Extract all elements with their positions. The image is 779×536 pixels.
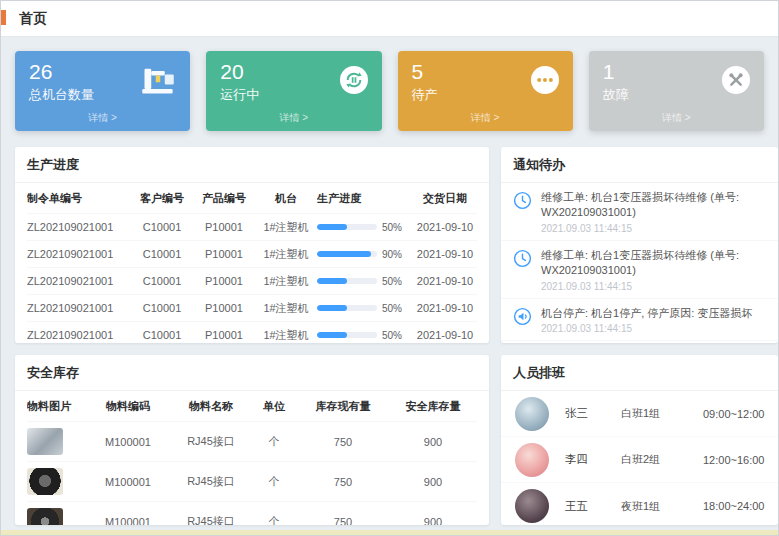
- col-header: 库存现有量: [297, 399, 389, 414]
- delivery-date: 2021-09-10: [413, 221, 477, 233]
- panel-title: 生产进度: [15, 147, 489, 183]
- notice-item[interactable]: 维修工单: 机台1变压器损坏待维修 (单号: WX202109031001) 2…: [501, 183, 778, 241]
- order-no: ZL202109021001: [27, 329, 131, 341]
- material-image-cell: [27, 468, 85, 495]
- notice-item[interactable]: 机台停产: 机台1停产, 停产原因: 变压器损坏 2021.09.03 11:4…: [501, 299, 778, 341]
- top-bar: 首页: [1, 1, 778, 37]
- col-header: 客户编号: [131, 191, 193, 206]
- running-icon: [340, 66, 368, 98]
- notice-text: 维修工单: 机台1变压器损坏待维修 (单号: WX202109031001): [541, 248, 766, 279]
- stat-card-fault[interactable]: 1 故障 详情 >: [589, 51, 764, 131]
- col-header: 生产进度: [317, 191, 413, 206]
- notice-item[interactable]: 计划暂停: 机台1生产计划已暂停 2021.09.03 11:44:15: [501, 341, 778, 343]
- stat-card-running[interactable]: 20 运行中 详情 >: [206, 51, 381, 131]
- product-no: P10001: [193, 329, 255, 341]
- machine-name: 1#注塑机: [255, 301, 317, 316]
- col-header: 单位: [251, 399, 297, 414]
- progress-label: 50%: [382, 303, 402, 314]
- right-column: 通知待办 维修工单: 机台1变压器损坏待维修 (单号: WX2021090310…: [501, 147, 778, 525]
- order-no: ZL202109021001: [27, 302, 131, 314]
- progress-fill: [317, 224, 347, 230]
- col-header: 产品编号: [193, 191, 255, 206]
- notice-text: 机台停产: 机台1停产, 停产原因: 变压器损坏: [541, 306, 752, 321]
- card-value: 20: [220, 60, 259, 83]
- table-row: M100001 RJ45接口 个 750 900: [27, 461, 477, 501]
- stat-card-total-machines[interactable]: 26 总机台数量 详情 >: [15, 51, 190, 131]
- customer-no: C10001: [131, 248, 193, 260]
- production-progress-panel: 生产进度 制令单编号 客户编号 产品编号 机台 生产进度 交货日期 ZL2021…: [15, 147, 489, 343]
- col-header: 机台: [255, 191, 317, 206]
- progress-fill: [317, 278, 347, 284]
- schedule-row: 王五 夜班1组 18:00~24:00: [501, 483, 778, 525]
- safety-stock: 900: [389, 476, 477, 488]
- safety-inventory-panel: 安全库存 物料图片 物料编码 物料名称 单位 库存现有量 安全库存量 M1000…: [15, 355, 489, 525]
- machine-name: 1#注塑机: [255, 328, 317, 343]
- card-detail-link[interactable]: 详情 >: [29, 111, 176, 127]
- col-header: 交货日期: [413, 191, 477, 206]
- card-label: 待产: [412, 86, 438, 104]
- progress-fill: [317, 305, 347, 311]
- material-name: RJ45接口: [171, 474, 251, 489]
- person-name: 李四: [565, 452, 621, 467]
- machine-name: 1#注塑机: [255, 220, 317, 235]
- person-name: 王五: [565, 499, 621, 514]
- card-detail-link[interactable]: 详情 >: [220, 111, 367, 127]
- progress-fill: [317, 251, 371, 257]
- person-shift: 白班1组: [621, 406, 703, 421]
- stock-on-hand: 750: [297, 436, 389, 448]
- material-code: M100001: [85, 436, 171, 448]
- avatar: [515, 397, 549, 431]
- material-image-cell: [27, 508, 85, 525]
- material-image-round-connector: [27, 468, 63, 495]
- work-order-icon: [513, 248, 533, 292]
- progress-cell: 50%: [317, 222, 413, 233]
- customer-no: C10001: [131, 329, 193, 341]
- material-image-cell: [27, 428, 85, 455]
- progress-bar: [317, 251, 377, 257]
- notice-text: 维修工单: 机台1变压器损坏待维修 (单号: WX202109031001): [541, 190, 766, 221]
- card-detail-link[interactable]: 详情 >: [603, 111, 750, 127]
- panel-title: 安全库存: [15, 355, 489, 391]
- notice-item[interactable]: 维修工单: 机台1变压器损坏待维修 (单号: WX202109031001) 2…: [501, 241, 778, 299]
- table-row: ZL202109021001 C10001 P10001 1#注塑机 90% 2…: [27, 240, 477, 267]
- personnel-schedule-panel: 人员排班 张三 白班1组 09:00~12:00 李四 白班2组 12:00~1…: [501, 355, 778, 525]
- material-unit: 个: [251, 434, 297, 449]
- tools-icon: [722, 66, 750, 98]
- card-detail-link[interactable]: 详情 >: [412, 111, 559, 127]
- card-top: 5 待产: [412, 60, 559, 104]
- stat-card-waiting[interactable]: 5 待产 详情 >: [398, 51, 573, 131]
- machine-icon: [140, 65, 176, 99]
- order-no: ZL202109021001: [27, 248, 131, 260]
- production-table: 制令单编号 客户编号 产品编号 机台 生产进度 交货日期 ZL202109021…: [15, 183, 489, 343]
- table-header: 制令单编号 客户编号 产品编号 机台 生产进度 交货日期: [27, 183, 477, 213]
- inventory-table: 物料图片 物料编码 物料名称 单位 库存现有量 安全库存量 M100001 RJ…: [15, 391, 489, 525]
- material-unit: 个: [251, 514, 297, 525]
- card-value: 26: [29, 60, 94, 83]
- card-label: 总机台数量: [29, 86, 94, 104]
- card-top: 1 故障: [603, 60, 750, 104]
- card-top: 26 总机台数量: [29, 60, 176, 104]
- delivery-date: 2021-09-10: [413, 302, 477, 314]
- card-label: 运行中: [220, 86, 259, 104]
- material-code: M100001: [85, 476, 171, 488]
- table-row: ZL202109021001 C10001 P10001 1#注塑机 50% 2…: [27, 213, 477, 240]
- delivery-date: 2021-09-10: [413, 248, 477, 260]
- card-value: 5: [412, 60, 438, 83]
- order-no: ZL202109021001: [27, 221, 131, 233]
- notice-body: 机台停产: 机台1停产, 停产原因: 变压器损坏 2021.09.03 11:4…: [541, 306, 752, 334]
- customer-no: C10001: [131, 275, 193, 287]
- table-row: ZL202109021001 C10001 P10001 1#注塑机 50% 2…: [27, 294, 477, 321]
- notice-time: 2021.09.03 11:44:15: [541, 281, 766, 292]
- notices-panel: 通知待办 维修工单: 机台1变压器损坏待维修 (单号: WX2021090310…: [501, 147, 778, 343]
- order-no: ZL202109021001: [27, 275, 131, 287]
- notice-time: 2021.09.03 11:44:15: [541, 223, 766, 234]
- col-header: 物料图片: [27, 399, 85, 414]
- machine-name: 1#注塑机: [255, 274, 317, 289]
- header-accent: [1, 10, 6, 25]
- stock-on-hand: 750: [297, 516, 389, 526]
- avatar: [515, 443, 549, 477]
- card-text: 1 故障: [603, 60, 629, 104]
- table-row: ZL202109021001 C10001 P10001 1#注塑机 50% 2…: [27, 321, 477, 343]
- material-image-rj45: [27, 428, 63, 455]
- col-header: 制令单编号: [27, 191, 131, 206]
